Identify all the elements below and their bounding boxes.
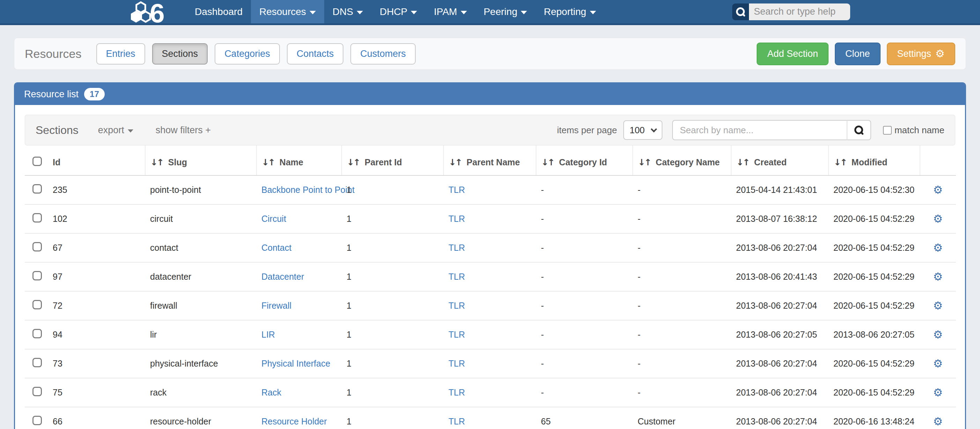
cell-name-link[interactable]: Firewall xyxy=(261,301,291,310)
nav-item-dashboard[interactable]: Dashboard xyxy=(186,0,251,23)
add-section-button[interactable]: Add Section xyxy=(757,43,829,65)
row-gear-icon[interactable]: ⚙ xyxy=(933,183,943,196)
column-header-category-name[interactable]: ↓↑ Category Name xyxy=(633,145,731,175)
cell-modified: 2020-06-15 04:52:29 xyxy=(829,291,920,320)
tab-customers[interactable]: Customers xyxy=(350,43,416,65)
row-gear-icon[interactable]: ⚙ xyxy=(933,242,943,254)
nav-item-dns[interactable]: DNS xyxy=(324,0,371,23)
cell-id: 102 xyxy=(48,204,145,234)
row-gear-icon[interactable]: ⚙ xyxy=(933,357,943,370)
clone-button[interactable]: Clone xyxy=(835,43,881,65)
cell-modified: 2020-06-15 04:52:29 xyxy=(829,262,920,291)
table-row: 102 circuit Circuit 1 TLR - - 2013-08-07… xyxy=(25,204,956,234)
table-search-input[interactable] xyxy=(672,120,847,140)
cell-parent-name-link[interactable]: TLR xyxy=(449,272,465,281)
sort-icon: ↓↑ xyxy=(638,157,651,167)
column-header-name[interactable]: ↓↑ Name xyxy=(256,145,342,175)
cell-name-link[interactable]: Circuit xyxy=(261,214,286,224)
cell-parent-name-link[interactable]: TLR xyxy=(449,388,465,397)
cell-parent-id: 1 xyxy=(342,378,444,407)
column-header-parent-id[interactable]: ↓↑ Parent Id xyxy=(342,145,444,175)
cell-category-name: - xyxy=(633,262,731,291)
cell-name-link[interactable]: Contact xyxy=(261,243,291,253)
row-checkbox[interactable] xyxy=(32,387,42,396)
table-header-row: Id ↓↑ Slug ↓↑ Name ↓↑ Parent Id xyxy=(25,145,956,175)
global-search-button[interactable] xyxy=(732,3,749,20)
column-header-created[interactable]: ↓↑ Created xyxy=(731,145,829,175)
cell-name-link[interactable]: Rack xyxy=(261,388,281,397)
cell-id: 235 xyxy=(48,175,145,204)
cell-category-id: - xyxy=(536,320,633,349)
global-search-input[interactable] xyxy=(749,3,850,20)
tab-entries[interactable]: Entries xyxy=(96,43,145,65)
caret-down-icon xyxy=(357,11,363,14)
cell-parent-id: 1 xyxy=(342,175,444,204)
column-header-slug[interactable]: ↓↑ Slug xyxy=(145,145,256,175)
cell-parent-name-link[interactable]: TLR xyxy=(449,330,465,339)
cell-parent-name-link[interactable]: TLR xyxy=(449,214,465,224)
cell-category-id: - xyxy=(536,234,633,262)
nav-item-resources[interactable]: Resources xyxy=(251,0,324,23)
row-checkbox[interactable] xyxy=(32,329,42,338)
column-header-parent-name[interactable]: ↓↑ Parent Name xyxy=(444,145,536,175)
column-header-modified[interactable]: ↓↑ Modified xyxy=(829,145,920,175)
select-all-checkbox[interactable] xyxy=(32,157,42,166)
row-checkbox[interactable] xyxy=(32,300,42,309)
cell-parent-name-link[interactable]: TLR xyxy=(449,359,465,368)
cell-parent-name-link[interactable]: TLR xyxy=(449,185,465,195)
row-checkbox[interactable] xyxy=(32,416,42,425)
cell-created: 2013-08-06 20:41:43 xyxy=(731,262,829,291)
cell-name-link[interactable]: Physical Interface xyxy=(261,359,330,368)
row-gear-icon[interactable]: ⚙ xyxy=(933,212,943,225)
row-checkbox[interactable] xyxy=(32,184,42,194)
cell-name-link[interactable]: Backbone Point to Point xyxy=(261,185,355,195)
cell-parent-name-link[interactable]: TLR xyxy=(449,243,465,253)
cell-category-name: - xyxy=(633,175,731,204)
sort-icon: ↓↑ xyxy=(347,157,360,167)
tab-contacts[interactable]: Contacts xyxy=(287,43,344,65)
cell-modified: 2020-06-15 04:52:29 xyxy=(829,204,920,234)
tab-categories[interactable]: Categories xyxy=(215,43,280,65)
cell-category-id: 65 xyxy=(536,407,633,429)
row-gear-icon[interactable]: ⚙ xyxy=(933,270,943,283)
resource-list-panel: Resource list 17 Sections export show fi… xyxy=(14,82,966,429)
table-search-button[interactable] xyxy=(847,120,871,140)
cell-parent-name-link[interactable]: TLR xyxy=(449,416,465,426)
cell-parent-id: 1 xyxy=(342,320,444,349)
sort-icon: ↓↑ xyxy=(834,157,846,167)
cell-created: 2013-08-06 20:27:04 xyxy=(731,378,829,407)
cell-category-name: - xyxy=(633,378,731,407)
nav-item-reporting[interactable]: Reporting xyxy=(535,0,604,23)
row-gear-icon[interactable]: ⚙ xyxy=(933,299,943,312)
page-title: Resources xyxy=(25,47,82,61)
row-checkbox[interactable] xyxy=(32,242,42,251)
column-header-actions xyxy=(920,145,956,175)
sort-icon: ↓↑ xyxy=(150,157,163,167)
column-header-category-id[interactable]: ↓↑ Category Id xyxy=(536,145,633,175)
row-checkbox[interactable] xyxy=(32,271,42,280)
settings-button[interactable]: Settings ⚙ xyxy=(887,43,955,65)
row-gear-icon[interactable]: ⚙ xyxy=(933,328,943,341)
nav-item-dhcp[interactable]: DHCP xyxy=(371,0,425,23)
tab-sections[interactable]: Sections xyxy=(152,43,208,65)
row-checkbox[interactable] xyxy=(32,358,42,367)
items-per-page-label: items per page xyxy=(557,125,617,136)
cell-id: 66 xyxy=(48,407,145,429)
brand-logo[interactable]: 6 xyxy=(130,0,175,23)
nav-item-ipam[interactable]: IPAM xyxy=(425,0,475,23)
cell-category-id: - xyxy=(536,291,633,320)
show-filters-link[interactable]: show filters + xyxy=(156,125,211,136)
cell-name-link[interactable]: Datacenter xyxy=(261,272,304,281)
match-name-checkbox[interactable] xyxy=(883,126,892,135)
export-dropdown[interactable]: export xyxy=(98,125,133,136)
cell-parent-name-link[interactable]: TLR xyxy=(449,301,465,310)
cell-id: 67 xyxy=(48,234,145,262)
cell-name-link[interactable]: Resource Holder xyxy=(261,416,327,426)
cell-parent-id: 1 xyxy=(342,234,444,262)
cell-name-link[interactable]: LIR xyxy=(261,330,275,339)
nav-item-peering[interactable]: Peering xyxy=(475,0,536,23)
items-per-page-select[interactable]: 100 xyxy=(623,120,662,140)
row-gear-icon[interactable]: ⚙ xyxy=(933,415,943,427)
row-checkbox[interactable] xyxy=(32,213,42,222)
row-gear-icon[interactable]: ⚙ xyxy=(933,386,943,399)
